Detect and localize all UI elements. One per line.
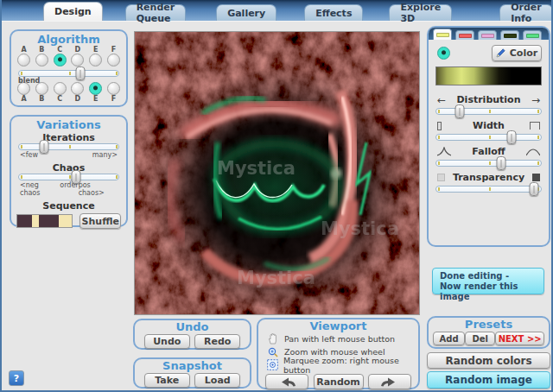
algorithm-row-bottom: ABCDEF [11, 82, 126, 103]
pan-hand-icon [267, 333, 279, 345]
transparency-slider-thumb[interactable] [529, 182, 538, 196]
width-wide-icon [530, 119, 540, 132]
viewport-random-button[interactable]: Random [314, 374, 364, 389]
distribution-right-arrow-icon: → [531, 93, 540, 106]
preset-next-button[interactable]: NEXT >> [495, 332, 544, 345]
preset-add-button[interactable]: Add [433, 332, 465, 345]
presets-panel-title: Presets [429, 318, 549, 331]
color-tab-strip [429, 28, 549, 40]
color-layer-tab-2[interactable] [455, 30, 474, 40]
tab-render-queue[interactable]: Render Queue [125, 4, 187, 21]
sequence-swatch [59, 215, 73, 227]
tab-order-info[interactable]: Order Info [499, 4, 553, 21]
undo-button[interactable]: Undo [144, 334, 190, 349]
algorithm-option-label: E [93, 46, 98, 54]
fractal-image-viewport[interactable]: Mystica Mystica Mystica [134, 31, 420, 315]
marquee-zoom-icon [267, 359, 278, 370]
tab-effects[interactable]: Effects [304, 4, 363, 21]
distribution-left-arrow-icon: ← [437, 93, 446, 106]
color-layer-tab-5[interactable] [523, 30, 542, 40]
tab-explore-3d[interactable]: Explore 3D [389, 4, 452, 21]
help-button[interactable]: ? [9, 370, 24, 386]
transparency-slider-track[interactable] [435, 186, 542, 193]
snapshot-load-button[interactable]: Load [194, 373, 240, 388]
tab-gallery[interactable]: Gallery [216, 4, 276, 21]
falloff-slider-thumb[interactable] [497, 156, 506, 170]
chaos-slider-thumb[interactable] [71, 170, 80, 184]
color-layer-tab-3[interactable] [478, 30, 497, 40]
color-layer-swatch [481, 34, 494, 38]
algorithm-radio-b[interactable] [35, 54, 48, 66]
algorithm-radio-e[interactable] [89, 54, 102, 66]
transparency-light-icon [437, 171, 445, 184]
snapshot-panel-title: Snapshot [135, 359, 250, 372]
variations-title: Variations [11, 118, 126, 131]
tab-bar: Design Render Queue Gallery Effects Expl… [2, 0, 551, 22]
snapshot-take-button[interactable]: Take [144, 373, 190, 388]
color-layer-swatch [526, 34, 539, 38]
sequence-swatch [39, 215, 59, 227]
undo-panel: Undo Undo Redo [133, 319, 251, 350]
color-button-label: Color [510, 47, 537, 59]
algorithm-option-label: B [39, 95, 44, 103]
distribution-slider-thumb[interactable] [454, 104, 464, 118]
algorithm-radio-f[interactable] [107, 54, 120, 66]
falloff-smooth-icon [526, 145, 540, 158]
chaos-slider-track[interactable] [18, 174, 119, 180]
snapshot-panel: Snapshot Take Load [133, 357, 251, 389]
color-panel: Color ← Distribution → Width [427, 26, 550, 247]
view-history-forward-button[interactable] [368, 374, 411, 389]
color-layer-tab-1[interactable] [433, 28, 452, 40]
gradient-preview-bar[interactable] [435, 66, 542, 85]
algorithm-option-label: C [57, 46, 62, 54]
color-button[interactable]: Color [492, 45, 542, 61]
algorithm-option-label: D [75, 46, 81, 54]
random-colors-button[interactable]: Random colors [427, 352, 550, 369]
shuffle-button[interactable]: Shuffle [79, 213, 121, 229]
sequence-swatch-bar[interactable] [16, 214, 73, 228]
algorithm-radio-c[interactable] [54, 54, 67, 66]
width-slider-track[interactable] [435, 134, 542, 141]
blend-label: blend [18, 77, 119, 85]
viewport-panel-title: Viewport [258, 319, 418, 332]
algorithm-row-top: ABCDEF [11, 46, 126, 66]
iterations-slider-thumb[interactable] [39, 140, 48, 154]
width-slider-thumb[interactable] [507, 130, 517, 144]
variations-panel: Variations Iterations <few many> Chaos <… [10, 115, 128, 227]
width-label: Width [435, 119, 542, 132]
blend-slider-thumb[interactable] [76, 66, 86, 80]
distribution-slider-track[interactable] [435, 108, 542, 115]
algorithm-option-label: F [111, 95, 116, 103]
watermark-text: Mystica [237, 268, 315, 288]
viewport-marquee-instruction: Marquee zoom: right mouse button [283, 356, 418, 375]
algorithm-option-label: F [111, 46, 116, 54]
color-layer-tab-4[interactable] [500, 30, 519, 40]
random-image-button[interactable]: Random image [427, 371, 550, 389]
zoom-magnifier-icon [267, 346, 279, 357]
preset-del-button[interactable]: Del [465, 332, 495, 345]
algorithm-radio-d[interactable] [71, 54, 84, 66]
iterations-slider-track[interactable] [18, 143, 119, 150]
falloff-slider-track[interactable] [435, 160, 542, 167]
iterations-label: Iterations [18, 132, 119, 143]
tab-design[interactable]: Design [43, 2, 103, 21]
algorithm-option-label: A [21, 46, 26, 54]
falloff-sharp-icon [437, 145, 451, 158]
app-window: Design Render Queue Gallery Effects Expl… [0, 0, 553, 392]
iterations-max-label: many> [92, 151, 118, 159]
color-layer-swatch [504, 34, 517, 38]
algorithm-radio-a[interactable] [17, 54, 30, 66]
done-editing-button[interactable]: Done editing - Now render this image [432, 268, 544, 294]
fractal-image: Mystica Mystica Mystica [135, 32, 419, 314]
done-editing-line2: Now render this image [440, 281, 518, 301]
sequence-swatch [17, 215, 32, 227]
view-history-back-button[interactable] [265, 374, 308, 389]
pencil-icon [496, 48, 505, 58]
transparency-label: Transparency [435, 171, 542, 184]
chaos-label: Chaos [18, 162, 119, 174]
blend-slider-track[interactable] [18, 70, 119, 77]
distribution-label: Distribution [435, 93, 542, 106]
sequence-label: Sequence [11, 200, 126, 212]
gradient-select-radio[interactable] [437, 47, 450, 60]
redo-button[interactable]: Redo [194, 334, 240, 349]
